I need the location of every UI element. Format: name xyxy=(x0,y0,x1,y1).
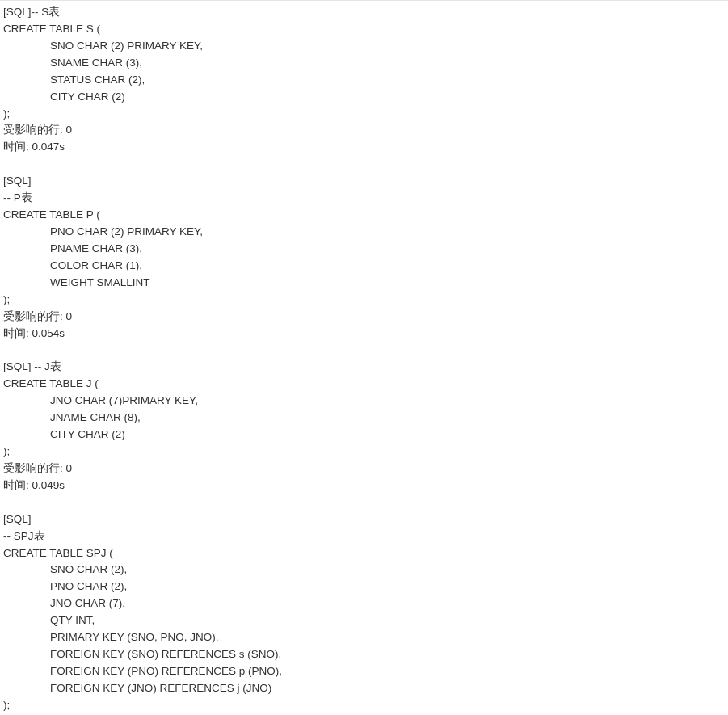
close-paren: ); xyxy=(3,697,722,714)
exec-time: 时间: 0.049s xyxy=(3,477,722,494)
blank-line xyxy=(3,494,722,511)
column-def: SNO CHAR (2) PRIMARY KEY, xyxy=(3,38,722,55)
sql-block: [SQL]-- P表CREATE TABLE P (PNO CHAR (2) P… xyxy=(3,173,722,342)
column-def: FOREIGN KEY (JNO) REFERENCES j (JNO) xyxy=(3,680,722,697)
column-def: SNAME CHAR (3), xyxy=(3,55,722,72)
blank-line xyxy=(3,342,722,359)
affected-rows: 受影响的行: 0 xyxy=(3,461,722,477)
sql-header: [SQL] xyxy=(3,173,722,190)
sql-comment: -- P表 xyxy=(3,190,722,207)
sql-header: [SQL] xyxy=(3,511,722,528)
column-def: PNAME CHAR (3), xyxy=(3,241,722,258)
column-def: PNO CHAR (2), xyxy=(3,578,722,595)
create-table: CREATE TABLE SPJ ( xyxy=(3,545,722,562)
column-def: CITY CHAR (2) xyxy=(3,89,722,106)
column-def: JNO CHAR (7), xyxy=(3,595,722,612)
column-def: PNO CHAR (2) PRIMARY KEY, xyxy=(3,224,722,241)
create-table: CREATE TABLE P ( xyxy=(3,207,722,224)
sql-block: [SQL] -- J表CREATE TABLE J (JNO CHAR (7)P… xyxy=(3,359,722,494)
sql-block: [SQL]-- SPJ表CREATE TABLE SPJ (SNO CHAR (… xyxy=(3,511,722,715)
close-paren: ); xyxy=(3,292,722,309)
affected-rows: 受影响的行: 0 xyxy=(3,122,722,139)
column-def: FOREIGN KEY (PNO) REFERENCES p (PNO), xyxy=(3,663,722,680)
sql-header: [SQL] -- J表 xyxy=(3,359,722,376)
column-def: JNAME CHAR (8), xyxy=(3,410,722,427)
column-def: JNO CHAR (7)PRIMARY KEY, xyxy=(3,393,722,410)
column-def: SNO CHAR (2), xyxy=(3,561,722,578)
exec-time: 时间: 0.047s xyxy=(3,139,722,156)
column-def: CITY CHAR (2) xyxy=(3,427,722,444)
affected-rows: 受影响的行: 0 xyxy=(3,309,722,326)
column-def: STATUS CHAR (2), xyxy=(3,72,722,89)
create-table: CREATE TABLE S ( xyxy=(3,21,722,38)
column-def: PRIMARY KEY (SNO, PNO, JNO), xyxy=(3,629,722,646)
column-def: FOREIGN KEY (SNO) REFERENCES s (SNO), xyxy=(3,646,722,663)
create-table: CREATE TABLE J ( xyxy=(3,376,722,393)
blank-line xyxy=(3,156,722,173)
exec-time: 时间: 0.054s xyxy=(3,326,722,343)
close-paren: ); xyxy=(3,444,722,461)
column-def: QTY INT, xyxy=(3,612,722,629)
sql-block: [SQL]-- S表CREATE TABLE S (SNO CHAR (2) P… xyxy=(3,4,722,156)
sql-header: [SQL]-- S表 xyxy=(3,4,722,21)
column-def: WEIGHT SMALLINT xyxy=(3,275,722,292)
column-def: COLOR CHAR (1), xyxy=(3,258,722,275)
sql-output-panel: [SQL]-- S表CREATE TABLE S (SNO CHAR (2) P… xyxy=(3,4,722,715)
close-paren: ); xyxy=(3,106,722,123)
sql-comment: -- SPJ表 xyxy=(3,528,722,545)
